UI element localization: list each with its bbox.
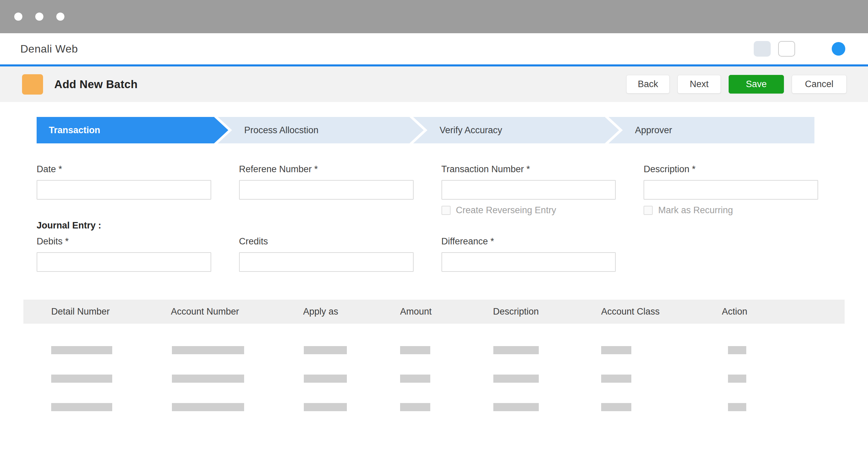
mark-as-recurring-checkbox[interactable]: [644, 206, 653, 215]
skeleton-bar: [728, 375, 746, 383]
window-control-dot[interactable]: [35, 13, 43, 21]
reference-number-field-group: Referene Number *: [239, 164, 414, 216]
step-transaction[interactable]: Transaction: [37, 117, 228, 143]
description-field-group: Description * Mark as Recurring: [644, 164, 818, 216]
skeleton-bar: [304, 375, 347, 383]
table-header: Detail Number Account Number Apply as Am…: [23, 300, 845, 324]
header-actions: Back Next Save Cancel: [626, 75, 847, 94]
skeleton-bar: [601, 375, 631, 383]
debits-input[interactable]: [37, 252, 211, 272]
credits-field-group: Credits: [239, 236, 414, 272]
batch-form: Date * Referene Number * Transaction Num…: [37, 164, 818, 272]
difference-field-group: Differeance *: [441, 236, 616, 272]
skeleton-bar: [493, 346, 539, 354]
skeleton-bar: [400, 403, 430, 411]
skeleton-bar: [304, 403, 347, 411]
date-input[interactable]: [37, 180, 211, 200]
col-account-number: Account Number: [171, 306, 303, 317]
col-amount: Amount: [400, 306, 493, 317]
page-title: Add New Batch: [54, 78, 138, 91]
page-header: Add New Batch Back Next Save Cancel: [0, 66, 868, 102]
filled-square-icon[interactable]: [754, 41, 771, 57]
reference-number-input[interactable]: [239, 180, 414, 200]
form-row-2: Debits * Credits Differeance *: [37, 236, 818, 272]
journal-entry-heading: Journal Entry :: [37, 220, 818, 230]
col-description: Description: [493, 306, 601, 317]
credits-label: Credits: [239, 236, 414, 247]
back-button[interactable]: Back: [626, 75, 670, 94]
table-row: [23, 393, 845, 421]
col-action: Action: [722, 306, 845, 317]
table-row: [23, 336, 845, 364]
window-control-dot[interactable]: [56, 13, 64, 21]
difference-input[interactable]: [441, 252, 616, 272]
skeleton-bar: [172, 346, 244, 354]
step-verify-accuracy[interactable]: Verify Accuracy: [413, 117, 619, 143]
window-control-dot[interactable]: [14, 13, 22, 21]
empty-cell: [644, 236, 818, 272]
date-field-group: Date *: [37, 164, 211, 216]
difference-label: Differeance *: [441, 236, 616, 247]
mark-as-recurring-option: Mark as Recurring: [644, 205, 818, 216]
col-account-class: Account Class: [601, 306, 722, 317]
col-apply-as: Apply as: [303, 306, 400, 317]
app-window: Denali Web Add New Batch Back Next Save …: [0, 0, 868, 461]
app-header-icons: [754, 41, 845, 57]
skeleton-bar: [493, 403, 539, 411]
skeleton-bar: [304, 346, 347, 354]
debits-field-group: Debits *: [37, 236, 211, 272]
table-body: [23, 336, 845, 421]
outlined-square-icon[interactable]: [778, 41, 795, 57]
skeleton-bar: [400, 375, 430, 383]
batch-details-table: Detail Number Account Number Apply as Am…: [23, 300, 845, 421]
skeleton-bar: [601, 403, 631, 411]
create-reversing-entry-option: Create Reverseing Entry: [441, 205, 616, 216]
skeleton-bar: [601, 346, 631, 354]
skeleton-bar: [728, 403, 746, 411]
skeleton-bar: [172, 375, 244, 383]
col-detail-number: Detail Number: [51, 306, 171, 317]
create-reversing-entry-label: Create Reverseing Entry: [456, 205, 556, 216]
step-approver[interactable]: Approver: [609, 117, 814, 143]
credits-input[interactable]: [239, 252, 414, 272]
skeleton-bar: [172, 403, 244, 411]
transaction-number-label: Transaction Number *: [441, 164, 616, 175]
skeleton-bar: [51, 346, 112, 354]
next-button[interactable]: Next: [677, 75, 721, 94]
create-reversing-entry-checkbox[interactable]: [441, 206, 451, 215]
wizard-stepper: Transaction Process Allocstion Verify Ac…: [37, 117, 814, 143]
app-header: Denali Web: [0, 33, 868, 66]
skeleton-bar: [51, 403, 112, 411]
date-label: Date *: [37, 164, 211, 175]
transaction-number-field-group: Transaction Number * Create Reverseing E…: [441, 164, 616, 216]
skeleton-bar: [493, 375, 539, 383]
form-row-1: Date * Referene Number * Transaction Num…: [37, 164, 818, 216]
debits-label: Debits *: [37, 236, 211, 247]
description-input[interactable]: [644, 180, 818, 200]
cancel-button[interactable]: Cancel: [792, 75, 847, 94]
skeleton-bar: [51, 375, 112, 383]
avatar-circle[interactable]: [832, 42, 845, 56]
batch-icon: [22, 74, 43, 95]
skeleton-bar: [400, 346, 430, 354]
save-button[interactable]: Save: [729, 75, 784, 94]
description-label: Description *: [644, 164, 818, 175]
app-title: Denali Web: [20, 43, 78, 55]
step-process-allocation[interactable]: Process Allocstion: [218, 117, 423, 143]
mark-as-recurring-label: Mark as Recurring: [658, 205, 733, 216]
reference-number-label: Referene Number *: [239, 164, 414, 175]
table-row: [23, 364, 845, 393]
transaction-number-input[interactable]: [441, 180, 616, 200]
skeleton-bar: [728, 346, 746, 354]
window-titlebar: [0, 0, 868, 33]
